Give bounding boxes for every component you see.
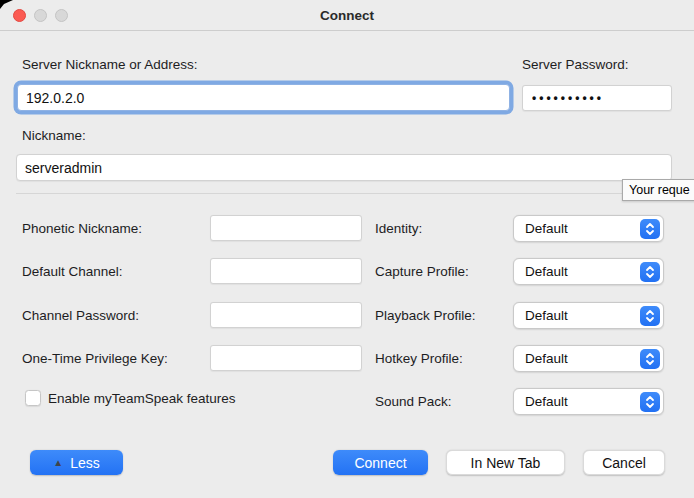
identity-dropdown-value: Default	[525, 221, 568, 236]
privilege-key-label: One-Time Privilege Key:	[22, 351, 168, 366]
capture-profile-dropdown[interactable]: Default	[513, 258, 664, 285]
hotkey-profile-label: Hotkey Profile:	[375, 351, 463, 366]
hotkey-profile-dropdown-value: Default	[525, 351, 568, 366]
stepper-icon	[640, 392, 660, 412]
less-button-label: Less	[70, 455, 100, 471]
myteamspeak-checkbox-label[interactable]: Enable myTeamSpeak features	[48, 391, 236, 406]
in-new-tab-button-label: In New Tab	[471, 455, 541, 471]
cancel-button-label: Cancel	[602, 455, 646, 471]
section-divider	[16, 193, 678, 194]
tooltip: Your reque	[622, 179, 694, 201]
identity-label: Identity:	[375, 221, 422, 236]
playback-profile-label: Playback Profile:	[375, 308, 476, 323]
default-channel-input[interactable]	[210, 258, 362, 284]
hotkey-profile-dropdown[interactable]: Default	[513, 345, 664, 372]
privilege-key-input[interactable]	[210, 345, 362, 371]
nickname-label: Nickname:	[22, 128, 86, 143]
server-password-input[interactable]	[522, 85, 672, 111]
sound-pack-label: Sound Pack:	[375, 394, 452, 409]
playback-profile-dropdown-value: Default	[525, 308, 568, 323]
stepper-icon	[640, 219, 660, 239]
close-button[interactable]	[13, 9, 26, 22]
connect-button-label: Connect	[354, 455, 406, 471]
connect-dialog: Connect Server Nickname or Address: Serv…	[0, 0, 694, 498]
nickname-input[interactable]	[16, 154, 672, 181]
myteamspeak-checkbox[interactable]	[25, 390, 41, 406]
server-password-label: Server Password:	[522, 57, 629, 72]
playback-profile-dropdown[interactable]: Default	[513, 302, 664, 329]
window-title: Connect	[320, 8, 374, 23]
collapse-arrow-icon: ▲	[53, 457, 63, 467]
phonetic-nickname-label: Phonetic Nickname:	[22, 221, 142, 236]
sound-pack-dropdown-value: Default	[525, 394, 568, 409]
capture-profile-label: Capture Profile:	[375, 264, 469, 279]
channel-password-input[interactable]	[210, 302, 362, 328]
cancel-button[interactable]: Cancel	[583, 450, 665, 475]
less-button[interactable]: ▲ Less	[30, 450, 123, 475]
default-channel-label: Default Channel:	[22, 264, 123, 279]
capture-profile-dropdown-value: Default	[525, 264, 568, 279]
traffic-lights	[13, 9, 68, 22]
zoom-button	[55, 9, 68, 22]
sound-pack-dropdown[interactable]: Default	[513, 388, 664, 415]
minimize-button	[34, 9, 47, 22]
channel-password-label: Channel Password:	[22, 308, 139, 323]
connect-button[interactable]: Connect	[333, 450, 428, 475]
server-address-label: Server Nickname or Address:	[22, 57, 198, 72]
in-new-tab-button[interactable]: In New Tab	[446, 450, 565, 475]
stepper-icon	[640, 262, 660, 282]
cursor-artifact	[0, 0, 14, 10]
stepper-icon	[640, 349, 660, 369]
stepper-icon	[640, 306, 660, 326]
titlebar[interactable]: Connect	[0, 0, 694, 31]
phonetic-nickname-input[interactable]	[210, 215, 362, 241]
identity-dropdown[interactable]: Default	[513, 215, 664, 242]
server-address-input[interactable]	[17, 84, 510, 111]
